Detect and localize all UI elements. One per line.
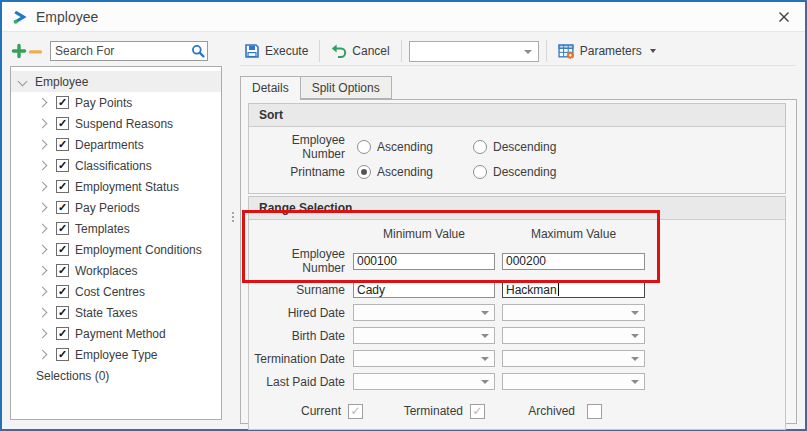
radio-unselected[interactable]: [473, 140, 487, 154]
chevron-right-icon[interactable]: [38, 287, 48, 297]
tree-node-employment-status[interactable]: ✓ Employment Status: [11, 176, 221, 197]
range-selection-body: Minimum Value Maximum Value Employee Num…: [249, 220, 785, 429]
tree-node-pay-points[interactable]: ✓ Pay Points: [11, 92, 221, 113]
radio-unselected[interactable]: [357, 140, 371, 154]
checkbox-checked[interactable]: ✓: [56, 180, 69, 193]
tree-node-pay-periods[interactable]: ✓ Pay Periods: [11, 197, 221, 218]
toolbar-divider: [240, 65, 796, 66]
checkbox-checked[interactable]: ✓: [56, 348, 69, 361]
chevron-right-icon[interactable]: [38, 203, 48, 213]
checkbox-checked[interactable]: ✓: [56, 117, 69, 130]
panel-splitter[interactable]: [231, 212, 235, 222]
checkbox-checked[interactable]: ✓: [56, 306, 69, 319]
termination-date-min-dropdown[interactable]: [353, 350, 495, 367]
parameters-button[interactable]: Parameters: [554, 41, 660, 62]
chevron-down-icon[interactable]: [481, 380, 489, 384]
execute-button[interactable]: Execute: [240, 41, 312, 61]
range-row-birth-date: Birth Date: [249, 327, 785, 344]
tree-node-suspend-reasons[interactable]: ✓ Suspend Reasons: [11, 113, 221, 134]
checkbox-checked[interactable]: ✓: [56, 159, 69, 172]
search-icon[interactable]: [191, 44, 205, 58]
hired-date-max-dropdown[interactable]: [502, 304, 645, 321]
employee-number-max-input[interactable]: [502, 253, 645, 270]
radio-unselected[interactable]: [473, 165, 487, 179]
employee-number-descending-option[interactable]: Descending: [473, 140, 585, 154]
tree-node-classifications[interactable]: ✓ Classifications: [11, 155, 221, 176]
last-paid-date-min-dropdown[interactable]: [353, 373, 495, 390]
chevron-right-icon[interactable]: [38, 98, 48, 108]
add-button[interactable]: [10, 43, 27, 60]
checkbox-checked[interactable]: ✓: [56, 327, 69, 340]
radio-selected[interactable]: [357, 165, 371, 179]
tree-node-payment-method[interactable]: ✓ Payment Method: [11, 323, 221, 344]
surname-max-input[interactable]: [502, 281, 645, 298]
chevron-right-icon[interactable]: [38, 140, 48, 150]
sort-row-employee-number: Employee Number Ascending Descending: [249, 134, 785, 159]
checkbox-checked[interactable]: ✓: [56, 264, 69, 277]
tree-node-label: State Taxes: [75, 306, 137, 320]
tree-node-employment-conditions[interactable]: ✓ Employment Conditions: [11, 239, 221, 260]
tree-node-templates[interactable]: ✓ Templates: [11, 218, 221, 239]
minimum-value-header: Minimum Value: [353, 227, 495, 243]
chevron-down-icon[interactable]: [631, 357, 639, 361]
last-paid-date-max-dropdown[interactable]: [502, 373, 645, 390]
chevron-down-icon[interactable]: [524, 50, 532, 54]
chevron-down-icon[interactable]: [18, 77, 28, 87]
tree-node-workplaces[interactable]: ✓ Workplaces: [11, 260, 221, 281]
checkbox-checked[interactable]: ✓: [56, 222, 69, 235]
tree-node-departments[interactable]: ✓ Departments: [11, 134, 221, 155]
current-checkbox-disabled-checked[interactable]: ✓: [348, 404, 363, 419]
employee-number-ascending-option[interactable]: Ascending: [357, 140, 469, 154]
chevron-right-icon[interactable]: [38, 266, 48, 276]
hired-date-min-dropdown[interactable]: [353, 304, 495, 321]
chevron-down-icon[interactable]: [481, 311, 489, 315]
details-tab-panel: Sort Employee Number Ascending Descendin…: [240, 99, 797, 424]
sort-field-label: Employee Number: [249, 133, 345, 161]
cancel-button[interactable]: Cancel: [327, 41, 393, 61]
close-button[interactable]: [773, 6, 795, 28]
sort-group-title: Sort: [249, 104, 785, 127]
chevron-down-icon[interactable]: [631, 380, 639, 384]
terminated-label: Terminated: [368, 404, 463, 418]
tree-node-employee-type[interactable]: ✓ Employee Type: [11, 344, 221, 365]
checkbox-checked[interactable]: ✓: [56, 138, 69, 151]
search-input[interactable]: [50, 41, 208, 61]
terminated-checkbox-disabled-checked[interactable]: ✓: [470, 404, 485, 419]
tree-node-cost-centres[interactable]: ✓ Cost Centres: [11, 281, 221, 302]
range-field-label: Surname: [249, 283, 345, 297]
chevron-right-icon[interactable]: [38, 350, 48, 360]
employee-number-min-input[interactable]: [353, 253, 495, 270]
chevron-down-icon[interactable]: [481, 334, 489, 338]
tree-node-label: Employment Conditions: [75, 243, 202, 257]
chevron-right-icon[interactable]: [38, 119, 48, 129]
tree-node-state-taxes[interactable]: ✓ State Taxes: [11, 302, 221, 323]
chevron-down-icon[interactable]: [631, 334, 639, 338]
chevron-right-icon[interactable]: [38, 161, 48, 171]
checkbox-checked[interactable]: ✓: [56, 96, 69, 109]
selections-count: Selections (0): [11, 365, 221, 386]
chevron-right-icon[interactable]: [38, 182, 48, 192]
birth-date-max-dropdown[interactable]: [502, 327, 645, 344]
report-combo[interactable]: [409, 41, 539, 62]
chevron-right-icon[interactable]: [38, 308, 48, 318]
printname-descending-option[interactable]: Descending: [473, 165, 585, 179]
tab-details[interactable]: Details: [240, 76, 301, 100]
chevron-down-icon[interactable]: [481, 357, 489, 361]
tree-node-employee[interactable]: Employee: [11, 71, 221, 92]
selection-tree: Employee ✓ Pay Points ✓ Suspend Reasons …: [10, 66, 222, 420]
archived-checkbox-unchecked[interactable]: [587, 404, 602, 419]
termination-date-max-dropdown[interactable]: [502, 350, 645, 367]
checkbox-checked[interactable]: ✓: [56, 201, 69, 214]
checkbox-checked[interactable]: ✓: [56, 243, 69, 256]
tree-node-label: Classifications: [75, 159, 152, 173]
checkbox-checked[interactable]: ✓: [56, 285, 69, 298]
printname-ascending-option[interactable]: Ascending: [357, 165, 469, 179]
chevron-right-icon[interactable]: [38, 329, 48, 339]
tab-split-options[interactable]: Split Options: [300, 76, 392, 99]
chevron-right-icon[interactable]: [38, 224, 48, 234]
surname-min-input[interactable]: [353, 281, 495, 298]
remove-button[interactable]: [27, 43, 44, 60]
birth-date-min-dropdown[interactable]: [353, 327, 495, 344]
chevron-right-icon[interactable]: [38, 245, 48, 255]
chevron-down-icon[interactable]: [631, 311, 639, 315]
